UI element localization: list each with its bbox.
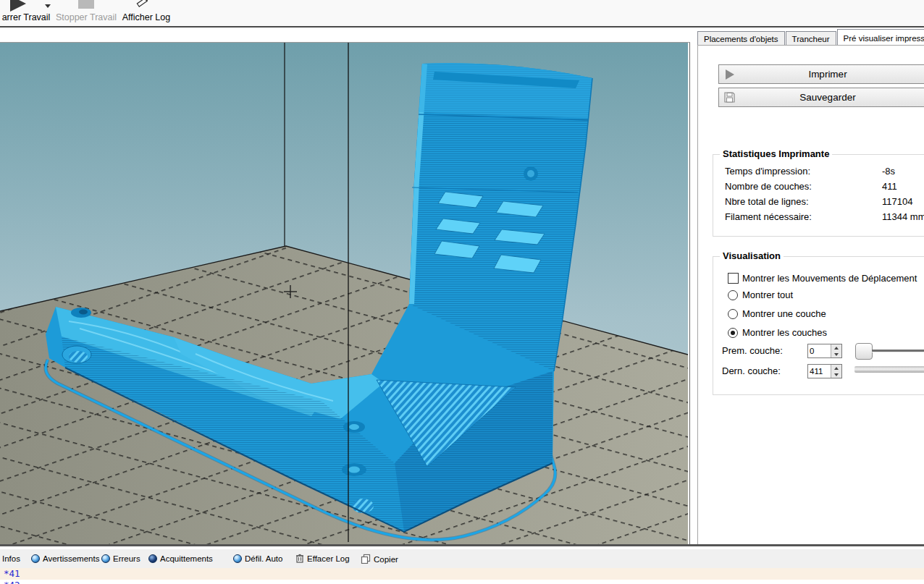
stat-label: Temps d'impression:	[725, 166, 810, 177]
stat-label: Nbre total de lignes:	[725, 196, 809, 207]
log-line: *41	[0, 568, 924, 580]
last-layer-slider-track[interactable]	[854, 366, 924, 373]
visualization-group-title: Visualisation	[720, 250, 784, 261]
first-layer-slider-track[interactable]	[872, 350, 924, 352]
show-travel-checkbox[interactable]	[728, 273, 739, 284]
stat-value: -8s	[882, 166, 895, 177]
errors-led-icon	[101, 554, 110, 563]
side-panel: Placements d'objetsTrancheurPré visualis…	[690, 27, 924, 545]
spinner-down-icon[interactable]	[831, 351, 841, 357]
main-toolbar: arrer Travail Stopper Travail Afficher L…	[0, 0, 924, 27]
stop-icon	[78, 0, 94, 9]
stat-label: Nombre de couches:	[725, 181, 812, 192]
stop-job-label: Stopper Travail	[55, 12, 117, 22]
log-filter-infos[interactable]: Infos	[2, 554, 20, 565]
stat-value: 11344 mm	[882, 211, 924, 222]
print-play-icon	[723, 68, 736, 80]
first-layer-input[interactable]	[808, 344, 833, 357]
stat-row-layer-count: Nombre de couches: 411	[725, 181, 924, 192]
print-button[interactable]: Imprimer	[718, 64, 924, 84]
tab-placements-objets[interactable]: Placements d'objets	[697, 31, 785, 46]
show-one-layer-radio[interactable]	[728, 309, 738, 319]
show-log-label: Afficher Log	[117, 12, 175, 22]
log-line: *42	[0, 580, 924, 584]
save-button-label: Sauvegarder	[799, 92, 855, 103]
log-filter-acks[interactable]: Acquittements	[148, 554, 213, 565]
stat-row-total-lines: Nbre total de lignes: 117104	[725, 196, 924, 207]
show-travel-label[interactable]: Montrer les Mouvements de Déplacement	[742, 273, 917, 284]
warnings-led-icon	[31, 554, 40, 563]
log-autoscroll-toggle[interactable]: Défil. Auto	[233, 554, 282, 565]
chevron-down-icon[interactable]	[45, 4, 51, 8]
floppy-save-icon	[723, 91, 736, 103]
last-layer-input[interactable]	[808, 365, 833, 378]
first-layer-slider-thumb[interactable]	[855, 343, 873, 360]
log-filter-warnings[interactable]: Avertissements	[31, 554, 99, 565]
show-one-layer-label[interactable]: Montrer une couche	[742, 308, 826, 319]
stop-job-button[interactable]: Stopper Travail	[55, 0, 117, 25]
tab-previsualiser-impression[interactable]: Pré visualiser impression	[837, 29, 924, 46]
show-layer-range-label[interactable]: Montrer les couches	[742, 327, 827, 338]
play-icon	[10, 0, 26, 12]
stat-value: 117104	[882, 196, 912, 207]
show-layer-range-radio[interactable]	[728, 328, 738, 338]
printer-stats-groupbox: Statistiques Imprimante Temps d'impressi…	[713, 154, 924, 237]
log-filter-errors[interactable]: Erreurs	[101, 554, 140, 565]
spinner-down-icon[interactable]	[831, 371, 841, 378]
copy-log-button[interactable]: Copier	[361, 554, 398, 565]
clear-log-button[interactable]: Effacer Log	[295, 554, 350, 565]
stat-value: 411	[882, 181, 897, 192]
show-log-button[interactable]: Afficher Log	[117, 0, 175, 25]
stats-group-title: Statistiques Imprimante	[720, 148, 832, 159]
acks-led-icon	[148, 554, 157, 563]
repetier-host-window: arrer Travail Stopper Travail Afficher L…	[0, 0, 924, 584]
log-toolbar: Infos Avertissements Erreurs Acquittemen…	[0, 549, 924, 569]
autoscroll-led-icon	[233, 554, 242, 563]
3d-print-preview-viewport[interactable]	[0, 42, 691, 545]
show-all-label[interactable]: Montrer tout	[742, 289, 793, 300]
stat-label: Filament nécessaire:	[725, 211, 812, 222]
panel-tab-bar: Placements d'objetsTrancheurPré visualis…	[697, 29, 924, 46]
start-job-label: arrer Travail	[0, 12, 52, 22]
stat-row-filament: Filament nécessaire: 11344 mm	[725, 211, 924, 222]
show-all-radio[interactable]	[728, 290, 738, 300]
pencil-icon	[133, 0, 151, 12]
copy-icon	[361, 554, 371, 564]
stat-row-print-time: Temps d'impression: -8s	[725, 166, 924, 177]
print-button-label: Imprimer	[808, 69, 847, 80]
log-output-area[interactable]: *41 *42	[0, 568, 924, 584]
tab-trancheur[interactable]: Trancheur	[786, 31, 836, 46]
first-layer-spinner[interactable]	[807, 344, 842, 358]
save-button[interactable]: Sauvegarder	[718, 88, 924, 107]
last-layer-spinner[interactable]	[807, 364, 842, 378]
first-layer-label: Prem. couche:	[722, 345, 783, 356]
preview-tab-content: Imprimer Sauvegarder Statistiques Imprim…	[697, 45, 924, 546]
visualization-groupbox: Visualisation Montrer les Mouvements de …	[713, 256, 924, 395]
start-job-button[interactable]: arrer Travail	[0, 0, 52, 25]
last-layer-label: Dern. couche:	[722, 365, 781, 376]
trash-icon	[295, 554, 304, 563]
